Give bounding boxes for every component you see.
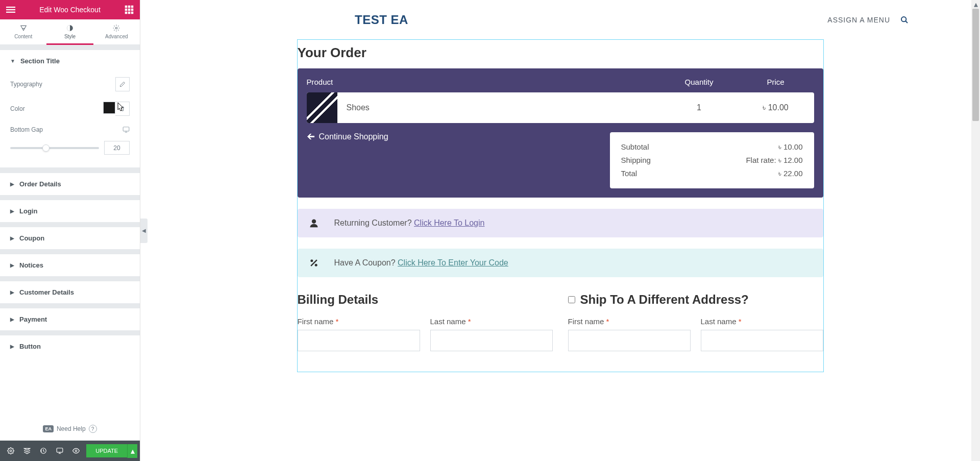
- product-image: [307, 92, 337, 123]
- order-row: Shoes 1 ৳ 10.00: [307, 92, 814, 123]
- section-header-button[interactable]: ▶ Button: [0, 335, 140, 357]
- payment-label: Payment: [19, 316, 47, 323]
- typography-edit-button[interactable]: [115, 77, 130, 91]
- svg-point-20: [310, 259, 313, 262]
- tab-style-label: Style: [64, 34, 76, 39]
- shipping-first-name-input[interactable]: [568, 330, 691, 351]
- product-qty: 1: [661, 103, 738, 112]
- ship-different-checkbox[interactable]: [568, 296, 575, 303]
- sidebar-title: Edit Woo Checkout: [15, 6, 125, 14]
- svg-point-17: [75, 450, 77, 452]
- svg-point-18: [901, 17, 906, 21]
- svg-point-19: [311, 220, 315, 224]
- coupon-label: Coupon: [19, 234, 44, 242]
- header-quantity: Quantity: [661, 78, 738, 86]
- caret-right-icon: ▶: [10, 289, 14, 295]
- your-order-title: Your Order: [298, 40, 823, 68]
- coupon-link[interactable]: Click Here To Enter Your Code: [398, 258, 508, 267]
- sidebar-header: Edit Woo Checkout: [0, 0, 140, 19]
- section-header-notices[interactable]: ▶ Notices: [0, 254, 140, 276]
- svg-rect-4: [128, 6, 131, 8]
- order-table: Product Quantity Price Shoes 1 ৳ 10.00 🡨: [298, 68, 823, 198]
- checkout-widget: Your Order Product Quantity Price Shoes …: [298, 40, 823, 372]
- update-button[interactable]: UPDATE: [86, 444, 127, 457]
- scrollbar-up-icon[interactable]: ▴: [971, 0, 980, 9]
- header-price: Price: [738, 78, 814, 86]
- login-label: Login: [19, 207, 37, 215]
- section-header-coupon[interactable]: ▶ Coupon: [0, 227, 140, 249]
- navigator-button[interactable]: [19, 441, 35, 461]
- elementor-sidebar: Edit Woo Checkout Content Style Advanced: [0, 0, 140, 461]
- help-question-icon: ?: [89, 425, 97, 433]
- percent-icon: [309, 258, 319, 268]
- control-color: Color: [10, 96, 130, 121]
- coupon-notice-text: Have A Coupon?: [334, 258, 398, 267]
- svg-rect-8: [131, 9, 134, 11]
- typography-label: Typography: [10, 81, 115, 88]
- preview-button[interactable]: [68, 441, 84, 461]
- hamburger-icon[interactable]: [6, 5, 15, 14]
- section-header-login[interactable]: ▶ Login: [0, 200, 140, 222]
- continue-shopping-link[interactable]: 🡨 Continue Shopping: [307, 132, 388, 141]
- svg-point-15: [10, 450, 12, 452]
- bottom-gap-slider[interactable]: [10, 147, 99, 149]
- subtotal-value: ৳ 10.00: [778, 142, 803, 152]
- svg-rect-6: [125, 9, 128, 11]
- widgets-grid-icon[interactable]: [125, 5, 134, 14]
- search-icon[interactable]: [900, 16, 909, 24]
- bottom-gap-input[interactable]: [104, 141, 130, 155]
- control-typography: Typography: [10, 72, 130, 96]
- section-header-section-title[interactable]: ▼ Section Title: [0, 50, 140, 72]
- section-header-order-details[interactable]: ▶ Order Details: [0, 173, 140, 195]
- svg-rect-7: [128, 9, 131, 11]
- caret-right-icon: ▶: [10, 181, 14, 187]
- section-header-customer-details[interactable]: ▶ Customer Details: [0, 281, 140, 303]
- section-header-payment[interactable]: ▶ Payment: [0, 308, 140, 330]
- tab-content[interactable]: Content: [0, 19, 46, 44]
- billing-details-title: Billing Details: [298, 293, 553, 307]
- scrollbar-thumb[interactable]: [972, 9, 979, 121]
- site-nav: ASSIGN A MENU: [827, 16, 909, 24]
- notices-label: Notices: [19, 261, 43, 269]
- bottom-gap-slider-row: [10, 138, 130, 160]
- color-picker-swatch[interactable]: [103, 102, 115, 114]
- tab-advanced-label: Advanced: [105, 34, 128, 39]
- login-link[interactable]: Click Here To Login: [414, 219, 484, 227]
- billing-first-name-input[interactable]: [298, 330, 420, 351]
- tab-advanced[interactable]: Advanced: [93, 19, 140, 44]
- svg-rect-2: [6, 12, 15, 13]
- shipping-last-name-label: Last name *: [701, 317, 823, 326]
- bottom-gap-label: Bottom Gap: [10, 126, 119, 133]
- tab-style[interactable]: Style: [46, 19, 93, 44]
- color-reset-button[interactable]: [115, 102, 130, 116]
- settings-button[interactable]: [3, 441, 19, 461]
- shipping-first-name-label: First name *: [568, 317, 691, 326]
- svg-rect-1: [6, 9, 15, 10]
- svg-rect-14: [123, 127, 129, 131]
- site-title: TEST EA: [355, 13, 408, 27]
- sidebar-footer: UPDATE ▴: [0, 441, 140, 461]
- caret-right-icon: ▶: [10, 262, 14, 268]
- caret-down-icon: ▼: [10, 58, 15, 64]
- panel-body: ▼ Section Title Typography Color: [0, 45, 140, 417]
- collapse-panel-button[interactable]: ◀: [140, 219, 148, 243]
- control-bottom-gap: Bottom Gap: [10, 121, 130, 138]
- billing-last-name-input[interactable]: [430, 330, 553, 351]
- need-help-link[interactable]: EA Need Help ?: [0, 417, 140, 441]
- shipping-label: Shipping: [621, 156, 651, 165]
- nav-assign-menu[interactable]: ASSIGN A MENU: [827, 16, 890, 24]
- responsive-button[interactable]: [52, 441, 68, 461]
- scrollbar-track[interactable]: ▴: [971, 0, 980, 461]
- login-notice: Returning Customer? Click Here To Login: [298, 209, 823, 237]
- continue-shopping-label: Continue Shopping: [319, 132, 388, 141]
- svg-point-13: [116, 27, 118, 29]
- login-notice-text: Returning Customer?: [334, 219, 414, 227]
- shipping-last-name-input[interactable]: [701, 330, 823, 351]
- svg-rect-16: [57, 448, 63, 452]
- update-dropdown-button[interactable]: ▴: [127, 444, 137, 458]
- product-price: ৳ 10.00: [738, 103, 814, 112]
- history-button[interactable]: [35, 441, 52, 461]
- responsive-desktop-icon[interactable]: [122, 126, 130, 133]
- slider-thumb[interactable]: [42, 144, 50, 152]
- total-value: ৳ 22.00: [778, 169, 803, 178]
